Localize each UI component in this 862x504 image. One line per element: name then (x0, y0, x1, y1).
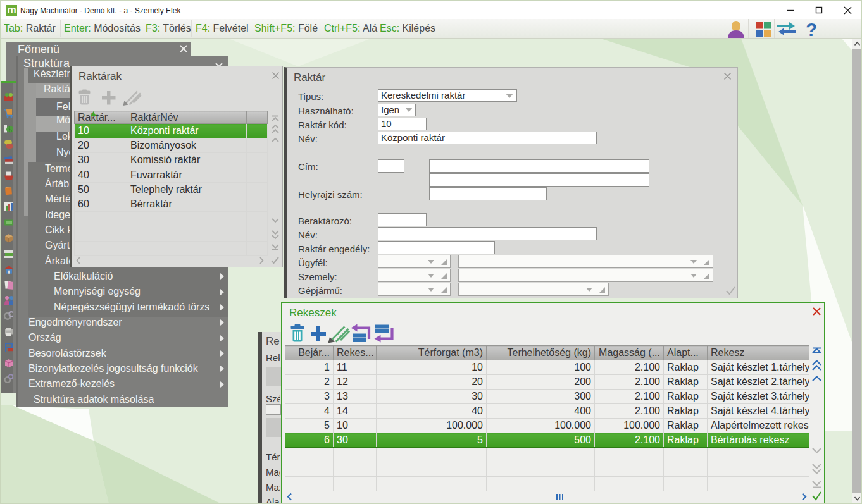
svg-text:?: ? (806, 20, 817, 38)
